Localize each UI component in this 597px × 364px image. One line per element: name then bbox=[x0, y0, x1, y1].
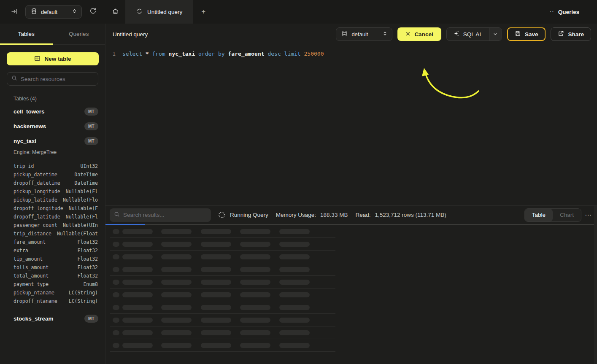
query-title: Untitled query bbox=[113, 31, 148, 38]
skeleton-row bbox=[110, 314, 335, 326]
skeleton-pill bbox=[122, 343, 153, 348]
column-type: LC(String) bbox=[69, 298, 98, 304]
column-row: dropoff_ntanameLC(String) bbox=[0, 297, 105, 305]
column-row: pickup_datetimeDateTime bbox=[0, 170, 105, 179]
column-type: Float32 bbox=[78, 239, 98, 245]
skeleton-row bbox=[110, 326, 335, 339]
results-skeleton bbox=[105, 225, 597, 352]
skeleton-row bbox=[110, 238, 335, 251]
skeleton-pill bbox=[113, 292, 119, 297]
skeleton-pill bbox=[279, 242, 310, 247]
engine-label: Engine: MergeTree bbox=[0, 148, 105, 159]
app-window: default Untitled query bbox=[0, 0, 597, 364]
cancel-button[interactable]: Cancel bbox=[397, 27, 441, 41]
column-type: Nullable(Flo bbox=[63, 197, 98, 203]
sidebar-table-nyc_taxi[interactable]: nyc_taxiMT bbox=[0, 134, 105, 148]
table-name: cell_towers bbox=[14, 108, 45, 115]
column-name: pickup_latitude bbox=[14, 197, 57, 203]
collapse-sidebar-icon bbox=[11, 8, 18, 16]
share-icon bbox=[558, 30, 564, 38]
main-panel: Untitled query default Cancel bbox=[105, 24, 597, 364]
skeleton-pill bbox=[240, 254, 270, 259]
sidebar-tab-queries[interactable]: Queries bbox=[53, 24, 105, 44]
skeleton-pill bbox=[122, 292, 153, 297]
column-name: trip_id bbox=[14, 163, 34, 169]
cancel-label: Cancel bbox=[414, 31, 433, 38]
skeleton-pill bbox=[201, 254, 231, 259]
sql-ai-dropdown[interactable] bbox=[489, 28, 502, 40]
skeleton-pill bbox=[122, 254, 153, 259]
sidebar-tab-tables[interactable]: Tables bbox=[0, 24, 53, 44]
skeleton-row bbox=[110, 289, 335, 301]
column-name: dropoff_longitude bbox=[14, 205, 63, 211]
toggle-table[interactable]: Table bbox=[525, 209, 553, 221]
sidebar-table-hackernews[interactable]: hackernewsMT bbox=[0, 119, 105, 134]
sidebar: Tables Queries New table Tables (4) cell… bbox=[0, 24, 105, 364]
column-row: dropoff_latitudeNullable(Fl bbox=[0, 213, 105, 221]
column-type: Nullable(Float bbox=[57, 231, 98, 237]
collapse-sidebar-button[interactable] bbox=[9, 6, 19, 18]
column-name: tip_amount bbox=[14, 256, 43, 262]
skeleton-pill bbox=[240, 280, 270, 285]
tab-untitled-query[interactable]: Untitled query bbox=[125, 0, 193, 24]
queries-button[interactable]: ·· Queries bbox=[550, 9, 579, 15]
sql-token: 250000 bbox=[304, 51, 324, 57]
new-table-button[interactable]: New table bbox=[7, 52, 99, 65]
column-type: LC(String) bbox=[69, 290, 98, 296]
table-name: nyc_taxi bbox=[14, 138, 36, 144]
sql-ai-button[interactable]: SQL AI bbox=[446, 27, 502, 41]
skeleton-pill bbox=[161, 242, 192, 247]
query-running-icon bbox=[136, 8, 143, 16]
skeleton-pill bbox=[161, 318, 192, 323]
sql-token: limit bbox=[284, 51, 301, 57]
topbar-database-selector[interactable]: default bbox=[25, 5, 82, 19]
sidebar-table-stocks_stream[interactable]: stocks_streamMT bbox=[0, 311, 105, 326]
column-row: dropoff_longitudeNullable(F bbox=[0, 204, 105, 213]
refresh-button[interactable] bbox=[88, 6, 98, 18]
home-tab[interactable] bbox=[105, 0, 125, 24]
engine-badge: MT bbox=[84, 122, 98, 130]
toggle-chart[interactable]: Chart bbox=[553, 209, 581, 221]
column-name: tolls_amount bbox=[14, 264, 49, 270]
column-type: Float32 bbox=[78, 264, 98, 270]
skeleton-row bbox=[110, 301, 335, 314]
column-name: passenger_count bbox=[14, 222, 57, 228]
search-icon bbox=[114, 211, 120, 219]
database-icon bbox=[341, 30, 348, 38]
column-type: DateTime bbox=[75, 180, 98, 186]
more-options-button[interactable]: ⋯ bbox=[585, 211, 592, 219]
column-name: total_amount bbox=[14, 273, 49, 279]
results-search bbox=[110, 208, 211, 222]
skeleton-pill bbox=[161, 254, 192, 259]
skeleton-pill bbox=[240, 267, 270, 272]
query-database-selector[interactable]: default bbox=[336, 27, 392, 41]
sql-token: desc bbox=[267, 51, 281, 57]
results-scrollbar[interactable] bbox=[594, 206, 597, 364]
code-line: 1 select * from nyc_taxi order by fare_a… bbox=[105, 45, 597, 57]
results-search-input[interactable] bbox=[123, 212, 207, 218]
skeleton-pill bbox=[161, 330, 192, 335]
new-tab-button[interactable]: + bbox=[193, 0, 213, 24]
sql-token: order bbox=[198, 51, 215, 57]
save-button[interactable]: Save bbox=[507, 27, 546, 41]
skeleton-pill bbox=[279, 229, 310, 234]
skeleton-pill bbox=[122, 280, 153, 285]
table-name: stocks_stream bbox=[14, 315, 54, 322]
skeleton-pill bbox=[113, 330, 119, 335]
skeleton-pill bbox=[122, 267, 153, 272]
read-value: 1,523,712 rows (113.71 MB) bbox=[375, 212, 446, 218]
share-button[interactable]: Share bbox=[551, 27, 591, 41]
updown-chevron-icon bbox=[382, 31, 388, 38]
column-row: extraFloat32 bbox=[0, 246, 105, 255]
sql-token: by bbox=[218, 51, 225, 57]
engine-badge: MT bbox=[84, 137, 98, 145]
skeleton-pill bbox=[201, 242, 231, 247]
sql-token: * bbox=[146, 51, 149, 57]
sidebar-table-cell_towers[interactable]: cell_towersMT bbox=[0, 104, 105, 119]
sql-editor[interactable]: 1 select * from nyc_taxi order by fare_a… bbox=[105, 45, 597, 205]
sql-statement: select * from nyc_taxi order by fare_amo… bbox=[122, 51, 324, 57]
sidebar-search-input[interactable] bbox=[21, 76, 94, 82]
column-type: Nullable(F bbox=[69, 205, 98, 211]
skeleton-pill bbox=[201, 267, 231, 272]
tab-label: Untitled query bbox=[147, 9, 182, 15]
